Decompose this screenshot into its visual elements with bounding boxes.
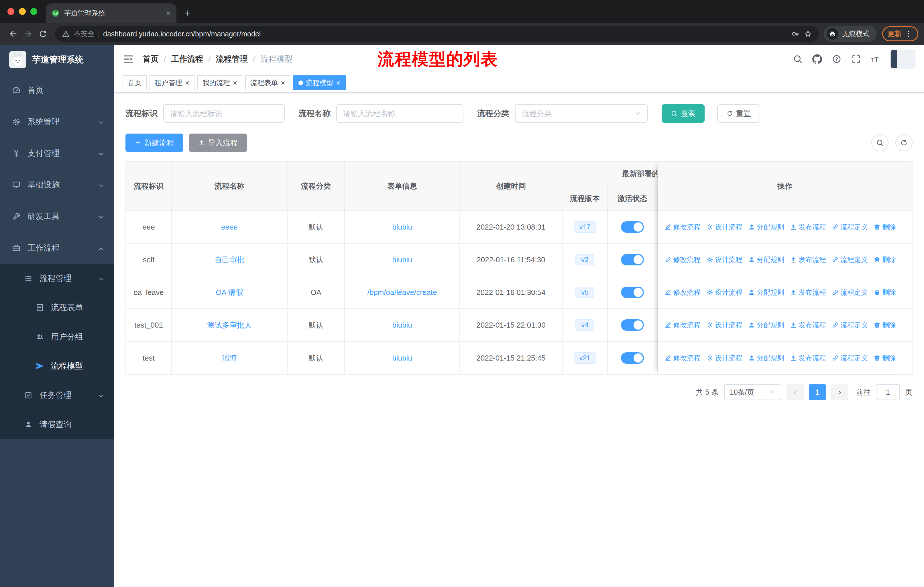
action-edit[interactable]: 修改流程 [665, 321, 701, 330]
browser-tab[interactable]: 芋道管理系统 × [46, 3, 177, 23]
key-icon[interactable] [791, 30, 800, 38]
forward-button[interactable] [21, 26, 36, 41]
action-delete[interactable]: 删除 [874, 255, 896, 264]
breadcrumb-item[interactable]: 首页 [143, 54, 159, 64]
action-edit[interactable]: 修改流程 [665, 255, 701, 264]
help-icon[interactable]: ? [832, 54, 842, 64]
sidebar-toggle-button[interactable] [122, 53, 134, 65]
tag-close-icon[interactable]: × [233, 79, 237, 86]
tag-close-icon[interactable]: × [336, 79, 341, 86]
prev-page-button[interactable]: ‹ [787, 384, 804, 400]
active-toggle[interactable] [621, 221, 644, 233]
window-close-button[interactable] [7, 8, 14, 15]
action-definition[interactable]: 流程定义 [832, 222, 868, 231]
tab-close-icon[interactable]: × [166, 8, 171, 18]
action-definition[interactable]: 流程定义 [832, 255, 868, 264]
action-publish[interactable]: 发布流程 [790, 288, 826, 297]
action-delete[interactable]: 删除 [874, 222, 896, 231]
process-name-link[interactable]: 自己审批 [214, 255, 244, 265]
action-publish[interactable]: 发布流程 [790, 255, 826, 264]
reload-button[interactable] [36, 26, 50, 41]
sidebar-item[interactable]: 用户分组 [0, 322, 114, 351]
process-key-input[interactable] [163, 104, 285, 123]
search-button[interactable]: 搜索 [662, 104, 705, 123]
refresh-table-button[interactable] [895, 134, 912, 151]
fullscreen-icon[interactable] [851, 54, 861, 64]
tag-item[interactable]: 首页 [122, 75, 147, 90]
tag-item[interactable]: 流程模型× [293, 75, 346, 90]
tag-close-icon[interactable]: × [185, 79, 189, 86]
form-link[interactable]: /bpm/oa/leave/create [368, 288, 437, 297]
toggle-search-button[interactable] [871, 134, 888, 151]
user-avatar[interactable] [890, 50, 916, 68]
active-toggle[interactable] [621, 352, 644, 364]
action-assign[interactable]: 分配规则 [748, 321, 784, 330]
tag-item[interactable]: 租户管理× [150, 75, 195, 90]
bookmark-star-icon[interactable] [804, 30, 812, 38]
action-definition[interactable]: 流程定义 [832, 321, 868, 330]
tag-item[interactable]: 流程表单× [245, 75, 290, 90]
window-minimize-button[interactable] [19, 8, 26, 15]
sidebar-item[interactable]: 任务管理 [0, 380, 114, 410]
process-name-link[interactable]: 测试多审批人 [207, 320, 252, 330]
sidebar-item[interactable]: 研发工具 [0, 201, 114, 232]
active-toggle[interactable] [621, 287, 644, 298]
action-edit[interactable]: 修改流程 [665, 354, 701, 362]
sidebar-item[interactable]: 首页 [0, 74, 114, 106]
window-zoom-button[interactable] [30, 8, 37, 15]
goto-page-input[interactable] [876, 384, 900, 400]
action-design[interactable]: 设计流程 [706, 222, 742, 231]
action-assign[interactable]: 分配规则 [748, 255, 784, 264]
import-process-button[interactable]: 导入流程 [189, 134, 247, 152]
page-number-1[interactable]: 1 [809, 384, 826, 400]
browser-update-button[interactable]: 更新 [882, 26, 918, 41]
form-link[interactable]: biubiu [392, 321, 412, 330]
action-assign[interactable]: 分配规则 [748, 288, 784, 297]
action-design[interactable]: 设计流程 [706, 255, 742, 264]
sidebar-item[interactable]: 工作流程 [0, 232, 114, 264]
breadcrumb-item[interactable]: 工作流程 [171, 54, 203, 64]
process-name-link[interactable]: OA 请假 [216, 288, 243, 298]
process-name-link[interactable]: eeee [221, 223, 238, 231]
action-edit[interactable]: 修改流程 [665, 288, 701, 297]
reset-button[interactable]: 重置 [717, 104, 760, 123]
action-delete[interactable]: 删除 [874, 288, 896, 297]
sidebar-item[interactable]: 流程表单 [0, 293, 114, 322]
new-tab-button[interactable]: + [185, 8, 190, 18]
action-delete[interactable]: 删除 [874, 354, 896, 362]
active-toggle[interactable] [621, 319, 644, 331]
sidebar-item[interactable]: 流程管理 [0, 264, 114, 293]
action-publish[interactable]: 发布流程 [790, 354, 826, 362]
action-design[interactable]: 设计流程 [706, 288, 742, 297]
action-design[interactable]: 设计流程 [706, 321, 742, 330]
header-search-button[interactable] [793, 54, 803, 64]
font-size-icon[interactable]: TT [871, 54, 881, 64]
create-process-button[interactable]: 新建流程 [125, 134, 183, 152]
action-assign[interactable]: 分配规则 [748, 222, 784, 231]
breadcrumb-item[interactable]: 流程管理 [216, 54, 248, 64]
next-page-button[interactable]: › [831, 384, 848, 400]
menu-dots-icon[interactable] [904, 30, 913, 38]
address-bar[interactable]: 不安全 dashboard.yudao.iocoder.cn/bpm/manag… [55, 26, 819, 42]
action-publish[interactable]: 发布流程 [790, 321, 826, 330]
action-publish[interactable]: 发布流程 [790, 222, 826, 231]
action-assign[interactable]: 分配规则 [748, 354, 784, 362]
process-name-input[interactable] [336, 104, 464, 123]
tag-item[interactable]: 我的流程× [197, 75, 242, 90]
sidebar-item[interactable]: 流程模型 [0, 351, 114, 380]
action-design[interactable]: 设计流程 [706, 354, 742, 362]
github-icon[interactable] [812, 54, 822, 64]
category-select[interactable]: 流程分类 [515, 104, 648, 123]
tag-close-icon[interactable]: × [281, 79, 285, 86]
action-definition[interactable]: 流程定义 [832, 354, 868, 362]
form-link[interactable]: biubiu [392, 255, 412, 264]
form-link[interactable]: biubiu [392, 223, 412, 231]
back-button[interactable] [6, 26, 21, 41]
action-edit[interactable]: 修改流程 [665, 222, 701, 231]
sidebar-item[interactable]: 支付管理 [0, 137, 114, 169]
action-definition[interactable]: 流程定义 [832, 288, 868, 297]
sidebar-item[interactable]: 基础设施 [0, 169, 114, 201]
action-delete[interactable]: 删除 [874, 321, 896, 330]
active-toggle[interactable] [621, 254, 644, 265]
sidebar-item[interactable]: 请假查询 [0, 410, 114, 439]
